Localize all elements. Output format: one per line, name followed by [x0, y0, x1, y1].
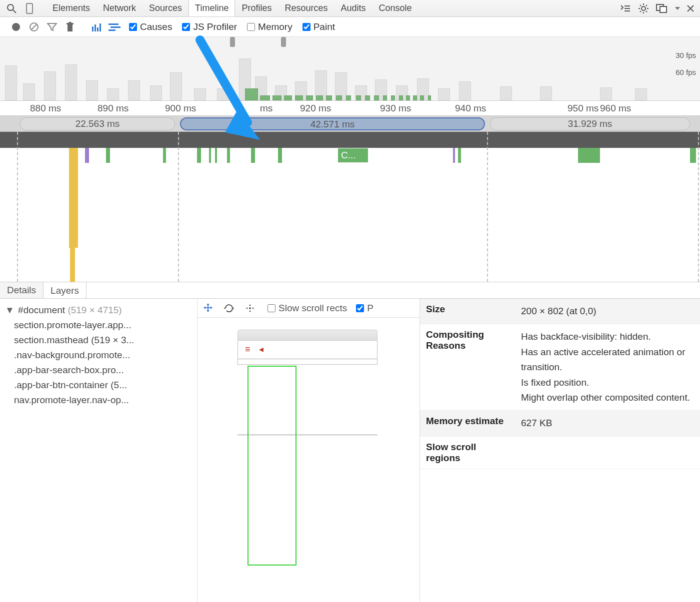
overview-paint-bar [336, 95, 342, 100]
flame-scripting-block[interactable] [69, 148, 78, 248]
flame-paint-block[interactable] [215, 148, 217, 163]
view-flame-icon[interactable] [88, 22, 106, 31]
tab-console[interactable]: Console [372, 0, 418, 16]
overview-paint-bar [284, 95, 292, 100]
topbar-right-icons [617, 1, 700, 15]
flame-composite-block[interactable]: C... [338, 148, 368, 162]
flame-layout-block[interactable] [85, 148, 89, 163]
tab-timeline[interactable]: Timeline [188, 0, 235, 16]
prop-memory-value: 627 KB [515, 411, 700, 436]
record-icon[interactable] [7, 22, 25, 31]
tree-item[interactable]: section.masthead (519 × 3... [14, 333, 192, 348]
checkbox-slow-scroll-rects-label: Slow scroll rects [278, 303, 347, 314]
svg-point-32 [249, 307, 251, 309]
overview-bars [0, 50, 700, 100]
flame-paint-block[interactable] [227, 148, 230, 163]
frame-bar[interactable]: 22.563 ms [20, 117, 175, 130]
drawer-toggle-icon[interactable] [617, 1, 634, 15]
settings-gear-icon[interactable] [635, 1, 652, 15]
svg-rect-28 [100, 23, 101, 31]
selected-layer-outline[interactable] [248, 366, 296, 566]
overview-paint-bar [272, 95, 282, 100]
checkbox-slow-scroll-rects-input[interactable] [268, 304, 276, 312]
flame-paint-block[interactable] [578, 148, 600, 163]
tab-elements[interactable]: Elements [46, 0, 96, 16]
tree-item[interactable]: nav.promote-layer.nav-op... [14, 393, 192, 408]
flame-paint-block[interactable] [106, 148, 110, 163]
flame-paint-block[interactable] [278, 148, 282, 163]
frame-bar-selected[interactable]: 42.571 ms [180, 117, 485, 130]
tab-layers[interactable]: Layers [44, 282, 86, 298]
checkbox-jsprofiler-input[interactable] [182, 23, 190, 31]
checkbox-slow-scroll-rects[interactable]: Slow scroll rects [268, 303, 347, 314]
dock-side-icon[interactable] [653, 1, 670, 15]
close-devtools-icon[interactable] [685, 1, 696, 15]
checkbox-paints-input[interactable] [356, 304, 364, 312]
overview-paint-bar [356, 95, 361, 100]
tree-item[interactable]: section.promote-layer.app... [14, 318, 192, 333]
ruler-tick: ms [260, 103, 272, 114]
view-waterfall-icon[interactable] [106, 23, 124, 31]
checkbox-memory[interactable]: Memory [247, 21, 292, 32]
checkbox-paints[interactable]: P [356, 303, 374, 314]
tree-root[interactable]: ▼ #document (519 × 4715) [5, 303, 192, 318]
flame-paint-block[interactable] [251, 148, 255, 163]
flame-chart[interactable]: C... [0, 132, 700, 282]
layer-canvas[interactable]: Slow scroll rects P ≡ ◂ [198, 299, 420, 602]
tab-details[interactable]: Details [0, 282, 44, 298]
svg-rect-26 [94, 24, 96, 31]
flame-scripting-block[interactable] [70, 248, 75, 282]
tree-item[interactable]: .app-bar-search-box.pro... [14, 363, 192, 378]
checkbox-paints-label: P [367, 303, 374, 314]
checkbox-jsprofiler[interactable]: JS Profiler [182, 21, 237, 32]
frame-bar[interactable]: 31.929 ms [490, 117, 690, 130]
flame-layout-block[interactable] [453, 148, 455, 163]
tree-root-dims: (519 × 4715) [68, 305, 122, 315]
tab-resources[interactable]: Resources [278, 0, 334, 16]
pan-icon[interactable] [202, 303, 216, 314]
reset-view-icon[interactable] [244, 303, 258, 314]
layer-preview[interactable]: ≡ ◂ [238, 330, 378, 540]
compositing-reason: Is fixed position. [521, 375, 694, 390]
flame-paint-block[interactable] [690, 148, 696, 163]
clear-icon[interactable] [25, 22, 43, 32]
preview-window-chrome [238, 330, 378, 341]
flame-paint-block[interactable] [197, 148, 201, 163]
flame-paint-block[interactable] [209, 148, 211, 163]
flame-paint-block[interactable] [163, 148, 166, 163]
tab-sources[interactable]: Sources [142, 0, 188, 16]
overview-paint-bar [406, 95, 410, 100]
checkbox-memory-input[interactable] [247, 23, 255, 31]
tab-profiles[interactable]: Profiles [235, 0, 278, 16]
filter-icon[interactable] [43, 22, 61, 31]
devtools-top-bar: Elements Network Sources Timeline Profil… [0, 0, 700, 17]
time-ruler[interactable]: 880 ms 890 ms 900 ms ms 920 ms 930 ms 94… [0, 101, 700, 116]
checkbox-causes-input[interactable] [129, 23, 137, 31]
ruler-tick: 950 ms [568, 103, 598, 114]
checkbox-paint-input[interactable] [302, 23, 310, 31]
dock-menu-chevron-icon[interactable] [671, 1, 684, 15]
tree-item[interactable]: .app-bar-btn-container (5... [14, 378, 192, 393]
tab-network[interactable]: Network [96, 0, 142, 16]
checkbox-causes[interactable]: Causes [129, 21, 172, 32]
overview-paint-bar [399, 95, 403, 100]
flame-paint-block[interactable] [458, 148, 461, 163]
magnify-icon[interactable] [3, 1, 20, 15]
details-tabstrip: Details Layers [0, 282, 700, 299]
device-mode-icon[interactable] [21, 1, 38, 15]
disclosure-triangle-icon[interactable]: ▼ [5, 303, 14, 318]
layer-tree[interactable]: ▼ #document (519 × 4715) section.promote… [0, 299, 198, 602]
overview-chart[interactable]: 30 fps 60 fps [0, 37, 700, 101]
tree-item[interactable]: .nav-background.promote... [14, 348, 192, 363]
tab-audits[interactable]: Audits [334, 0, 372, 16]
svg-rect-27 [97, 27, 98, 31]
garbage-collect-icon[interactable] [61, 22, 79, 32]
svg-rect-24 [68, 22, 72, 23]
overview-paint-bar [346, 95, 351, 100]
rotate-icon[interactable] [224, 303, 238, 314]
main-tab-strip: Elements Network Sources Timeline Profil… [46, 0, 418, 16]
svg-line-13 [646, 5, 647, 6]
svg-rect-22 [68, 24, 72, 31]
svg-rect-16 [660, 6, 666, 12]
checkbox-paint[interactable]: Paint [302, 21, 335, 32]
